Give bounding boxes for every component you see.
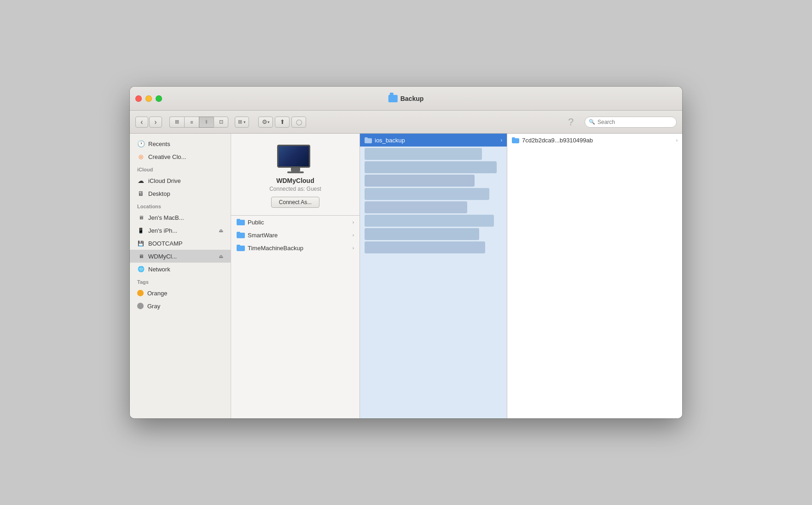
column-browser: WDMyCloud Connected as: Guest Connect As… [231,134,682,418]
blurred-content-area [360,147,507,418]
smartware-folder-icon [237,232,245,238]
sidebar-item-bootcamp[interactable]: 💾 BOOTCAMP [130,237,231,250]
timemachine-folder-item[interactable]: TimeMachineBackup › [231,241,360,254]
tag-icon: ◯ [296,119,302,125]
back-icon [140,118,143,126]
coverflow-icon: ⊡ [219,119,223,125]
ios-backup-selected-row[interactable]: ios_backup › [360,134,507,147]
search-input[interactable] [597,119,673,125]
backup-hash-item[interactable]: 7cd2b2dca9...b9310499ab › [507,134,682,147]
wdmycloud-eject-icon[interactable]: ⏏ [219,253,223,259]
folder-icon [389,95,398,102]
sidebar-item-recents[interactable]: 🕐 Recents [130,137,231,150]
maximize-button[interactable] [156,95,162,102]
ios-backup-pane: ios_backup › [360,134,507,418]
nav-buttons [135,117,162,128]
jens-iphone-label: Jen's iPh... [148,227,215,234]
public-folder-label: Public [248,219,350,226]
folder-list: Public › SmartWare › TimeMachineBackup › [231,216,360,418]
smartware-folder-item[interactable]: SmartWare › [231,229,360,241]
device-panel: WDMyCloud Connected as: Guest Connect As… [231,134,360,418]
forward-button[interactable] [149,117,162,128]
main-content: 🕐 Recents ◎ Creative Clo... iCloud ☁ iCl… [130,134,682,418]
ios-backup-label: ios_backup [375,137,498,144]
recents-label: Recents [148,141,223,147]
monitor-screen [277,145,310,168]
jens-iphone-eject-icon[interactable]: ⏏ [219,228,223,234]
help-button[interactable]: ? [564,116,577,129]
blur-row-8 [365,241,485,253]
cover-flow-button[interactable]: ⊡ [214,117,228,128]
sidebar-item-network[interactable]: 🌐 Network [130,263,231,276]
list-icon: ≡ [190,119,193,125]
desktop-label: Desktop [148,190,223,197]
jens-mac-icon: 🖥 [137,214,145,221]
arrange-button[interactable]: ⊞ ▾ [235,117,249,128]
action-gear-button[interactable]: ⚙ ▾ [258,117,273,128]
wdmycloud-icon: 🖥 [137,252,145,260]
timemachine-folder-label: TimeMachineBackup [248,245,350,252]
gray-tag-label: Gray [147,303,223,310]
recents-icon: 🕐 [137,140,145,147]
orange-tag-label: Orange [147,290,223,297]
locations-section-header: Locations [130,200,231,211]
smartware-folder-arrow: › [353,233,354,238]
column-view-button[interactable]: ⫴ [199,117,214,128]
sidebar-item-creative-cloud[interactable]: ◎ Creative Clo... [130,150,231,163]
sidebar-item-desktop[interactable]: 🖥 Desktop [130,187,231,200]
sidebar: 🕐 Recents ◎ Creative Clo... iCloud ☁ iCl… [130,134,231,418]
sidebar-item-icloud-drive[interactable]: ☁ iCloud Drive [130,174,231,187]
window-title: Backup [400,95,424,102]
share-icon: ⬆ [280,118,285,125]
wdmycloud-label: WDMyCl... [148,253,215,260]
icon-view-button[interactable]: ⊞ [169,117,184,128]
column-icon: ⫴ [205,119,208,125]
finder-window: Backup ⊞ ≡ ⫴ ⊡ ⊞ [130,87,682,418]
connect-as-button[interactable]: Connect As... [271,197,319,208]
arrange-dropdown-icon: ▾ [244,120,246,124]
titlebar-center: Backup [389,95,424,102]
tags-section-header: Tags [130,276,231,287]
public-folder-item[interactable]: Public › [231,216,360,229]
sidebar-item-jens-mac[interactable]: 🖥 Jen's MacB... [130,211,231,224]
toolbar: ⊞ ≡ ⫴ ⊡ ⊞ ▾ ⚙ ▾ ⬆ ◯ [130,111,682,134]
blur-row-2 [365,161,497,173]
back-button[interactable] [135,117,148,128]
minimize-button[interactable] [145,95,152,102]
bootcamp-label: BOOTCAMP [148,240,223,247]
close-button[interactable] [135,95,142,102]
icloud-drive-label: iCloud Drive [148,177,223,184]
traffic-lights [135,95,162,102]
network-icon: 🌐 [137,265,145,273]
search-box[interactable]: 🔍 [585,117,677,128]
public-folder-arrow: › [353,220,354,225]
ios-backup-folder-icon [365,137,372,143]
bootcamp-icon: 💾 [137,240,145,247]
blur-row-1 [365,148,482,160]
blur-row-4 [365,188,489,200]
right-column: 7cd2b2dca9...b9310499ab › [507,134,682,418]
sidebar-item-gray-tag[interactable]: Gray [130,299,231,312]
orange-tag-dot [137,290,144,296]
sidebar-item-orange-tag[interactable]: Orange [130,287,231,299]
gear-icon: ⚙ [262,118,267,125]
timemachine-folder-arrow: › [353,246,354,251]
icloud-icon: ☁ [137,177,145,184]
sidebar-item-jens-iphone[interactable]: 📱 Jen's iPh... ⏏ [130,224,231,237]
ios-backup-arrow: › [501,138,502,143]
jens-iphone-icon: 📱 [137,227,145,234]
backup-hash-folder-icon [512,137,519,143]
share-button[interactable]: ⬆ [275,117,290,128]
icloud-section-header: iCloud [130,163,231,174]
smartware-folder-label: SmartWare [248,232,350,239]
list-view-button[interactable]: ≡ [184,117,199,128]
sidebar-item-wdmycloud[interactable]: 🖥 WDMyCl... ⏏ [130,250,231,263]
tag-button[interactable]: ◯ [291,117,306,128]
search-icon: 🔍 [589,119,595,125]
gray-tag-dot [137,303,144,309]
monitor-stand [291,168,300,171]
creative-cloud-icon: ◎ [137,153,145,160]
grid-icon: ⊞ [175,119,179,125]
arrange-icon: ⊞ [238,119,242,125]
backup-hash-arrow: › [676,138,678,143]
